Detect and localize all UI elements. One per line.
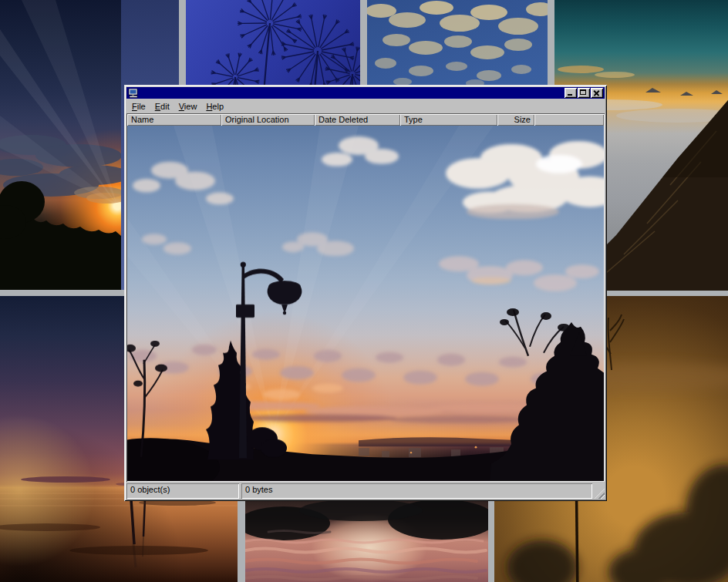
desktop: File Edit View Help Name Original Locati…: [0, 0, 728, 582]
wallpaper-tile-sunburst: [0, 0, 121, 290]
resize-grip[interactable]: [595, 489, 605, 499]
list-view: Name Original Location Date Deleted Type…: [126, 113, 605, 482]
column-header-blank[interactable]: [534, 114, 604, 126]
column-header-date-deleted[interactable]: Date Deleted: [315, 114, 400, 126]
folder-view-sunset-photo[interactable]: [127, 126, 604, 481]
computer-icon[interactable]: [128, 89, 139, 98]
column-header-original-location[interactable]: Original Location: [221, 114, 315, 126]
status-bar: 0 object(s) 0 bytes: [126, 483, 605, 499]
menu-help[interactable]: Help: [201, 100, 228, 113]
recycle-bin-window: File Edit View Help Name Original Locati…: [124, 85, 607, 501]
maximize-button[interactable]: [578, 88, 590, 98]
menu-file[interactable]: File: [127, 100, 150, 113]
menu-edit[interactable]: Edit: [150, 100, 174, 113]
window-titlebar[interactable]: [126, 87, 605, 99]
status-byte-count: 0 bytes: [241, 483, 592, 499]
column-header-name[interactable]: Name: [127, 114, 221, 126]
close-button[interactable]: [591, 88, 603, 98]
sunburst-silhouette-art: [0, 0, 121, 290]
status-object-count: 0 object(s): [126, 483, 239, 499]
minimize-button[interactable]: [565, 88, 577, 98]
column-header-size[interactable]: Size: [497, 114, 534, 126]
column-header-row: Name Original Location Date Deleted Type…: [127, 114, 604, 126]
menu-view[interactable]: View: [174, 100, 202, 113]
column-header-type[interactable]: Type: [400, 114, 497, 126]
sunset-photo-art: [127, 126, 604, 481]
menu-bar: File Edit View Help: [126, 99, 605, 113]
